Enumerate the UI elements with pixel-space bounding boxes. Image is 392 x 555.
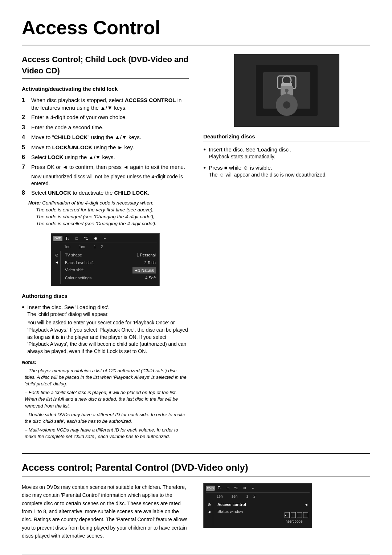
- dvd-menu2-top: DVD T↓ □ ℃ ⊕ ↔: [206, 486, 310, 493]
- step-1-text: When disc playback is stopped, select AC…: [31, 96, 189, 112]
- step-6-text: Select LOCK using the ▲/▼ keys.: [31, 153, 115, 161]
- icon-box: □: [75, 236, 78, 241]
- step-7-text: Press OK or ◄ to confirm, then press ◄ a…: [31, 163, 185, 171]
- menu-value-3: ◄3 Natural: [132, 267, 156, 274]
- notes-title: Notes:: [22, 359, 189, 366]
- device-image: [234, 54, 339, 127]
- parental-control-title: Access control; Parental Control (DVD-Vi…: [22, 461, 370, 477]
- deauth-item-1-sub: Playback starts automatically.: [209, 153, 291, 161]
- menu2-item-2: Status window: [217, 509, 279, 514]
- deauth-item-1-content: Insert the disc. See 'Loading disc'. Pla…: [209, 146, 291, 162]
- menu-row-4: Colour settings 4 Soft: [65, 275, 156, 281]
- dvd-top-icons: T↓ □ ℃ ⊕ ↔: [65, 236, 157, 241]
- auth-item-1-main: Insert the disc. See 'Loading disc'.: [27, 303, 189, 311]
- step-1: When disc playback is stopped, select AC…: [22, 96, 189, 112]
- auth-item-1: Insert the disc. See 'Loading disc'. The…: [22, 303, 189, 355]
- icon-circle: ⊕: [94, 236, 97, 241]
- icon-cel: ℃: [84, 236, 88, 241]
- dvd-menu1-top: DVD T↓ □ ℃ ⊕ ↔: [53, 236, 157, 243]
- note-text: Confirmation of the 4-digit code is nece…: [42, 200, 153, 206]
- deauth-title: Deauthorizing discs: [203, 133, 370, 142]
- menu-label-4: Colour settings: [65, 275, 91, 281]
- device-svg: [234, 54, 339, 127]
- note-block: Note: Confirmation of the 4-digit code i…: [22, 200, 189, 227]
- note-dash-2: The code is changed (see 'Changing the 4…: [28, 214, 189, 220]
- arrow-right-icon: ◄: [304, 502, 308, 507]
- dvd2-time-3: 1: [246, 494, 248, 499]
- dvd2-top-icons: T↓ □ ℃ ⊕ ↔: [218, 486, 310, 491]
- time-4: 2: [101, 244, 103, 250]
- time-3: 1: [94, 244, 96, 250]
- step-6: Select LOCK using the ▲/▼ keys.: [22, 153, 189, 161]
- note-dash-1: The code is entered for the very first t…: [28, 207, 189, 214]
- deauth-item-2: Press ■ while ☺ is visible. The ☺ will a…: [203, 164, 370, 180]
- svg-rect-8: [286, 90, 287, 94]
- code-boxes: ▪: [285, 512, 308, 518]
- icon2-arrow: ↔: [251, 486, 255, 491]
- step-8-list: Select UNLOCK to deactivate the CHILD LO…: [22, 189, 189, 197]
- deauth-list: Insert the disc. See 'Loading disc'. Pla…: [203, 146, 370, 180]
- auth-item-1-sub1: The 'child protect' dialog will appear.: [27, 311, 189, 318]
- note-dash-3: The code is cancelled (see 'Changing the…: [28, 220, 189, 227]
- top-two-col: Access Control; Child Lock (DVD-Video an…: [22, 54, 370, 442]
- steps-list: When disc playback is stopped, select AC…: [22, 96, 189, 171]
- menu-label-2: Black Level shift: [65, 260, 94, 266]
- note-4: Multi-volume VCDs may have a different I…: [22, 427, 189, 440]
- dvd2-sidebar: ⊕ ◄: [206, 501, 213, 525]
- step-3-text: Enter the code a second time.: [31, 123, 103, 131]
- authorizing-title: Authorizing discs: [22, 292, 189, 300]
- dvd-label2: DVD: [206, 486, 215, 491]
- menu-value-4: 4 Soft: [145, 275, 156, 281]
- left-column: Access Control; Child Lock (DVD-Video an…: [22, 54, 189, 442]
- note-3: Double sided DVDs may have a different I…: [22, 412, 189, 425]
- menu-label-1: TV shape: [65, 252, 82, 258]
- menu-value-1: 1 Personal: [136, 252, 156, 258]
- menu-label-3: Video shift: [65, 267, 83, 274]
- icon2-box: □: [227, 486, 229, 491]
- step-7: Press OK or ◄ to confirm, then press ◄ a…: [22, 163, 189, 171]
- icon2-t: T↓: [218, 486, 222, 491]
- dvd2-sidebar-icon1: ⊕: [208, 502, 211, 507]
- dvd2-time-4: 2: [253, 494, 256, 499]
- dvd-menu2-body: ⊕ ◄ Access control Status window ◄ ▪: [206, 501, 310, 525]
- step-8-text: Select UNLOCK to deactivate the CHILD LO…: [31, 189, 149, 197]
- dvd-sidebar1: ⊕ ◄: [53, 251, 61, 284]
- deauth-item-2-main: Press ■ while ☺ is visible.: [209, 164, 327, 171]
- deauth-item-1-main: Insert the disc. See 'Loading disc'.: [209, 146, 291, 153]
- step-5-text: Move to LOCK/UNLOCK using the ► key.: [31, 143, 134, 151]
- dvd2-time-1: 1en: [217, 494, 223, 499]
- menu2-item-1: Access control: [217, 502, 279, 507]
- insert-code-area: ▪ Insert code: [285, 509, 308, 524]
- dvd-menu2-container: DVD T↓ □ ℃ ⊕ ↔ 1en 1en 1 2: [203, 483, 370, 540]
- note-label: Note:: [28, 200, 41, 206]
- dvd2-time-labels: 1en 1en 1 2: [206, 494, 310, 499]
- code-box-4: [303, 512, 308, 518]
- notes-section: Notes: The player memory maintains a lis…: [22, 359, 189, 440]
- svg-point-10: [283, 101, 290, 109]
- insert-code-label: Insert code: [285, 519, 308, 524]
- parental-control-section: Access control; Parental Control (DVD-Vi…: [22, 453, 370, 540]
- sidebar-icon2: ◄: [55, 260, 59, 265]
- code-box-2: [291, 512, 296, 518]
- deauth-item-2-sub: The ☺ will appear and the disc is now de…: [209, 171, 327, 179]
- code-box-1: ▪: [285, 512, 290, 518]
- menu-value-2: 2 Rich: [144, 260, 156, 266]
- step-8: Select UNLOCK to deactivate the CHILD LO…: [22, 189, 189, 197]
- dvd-menu1-body: ⊕ ◄ TV shape 1 Personal Black Level shif…: [53, 251, 157, 284]
- step-5: Move to LOCK/UNLOCK using the ► key.: [22, 143, 189, 151]
- dvd-menu1: DVD T↓ □ ℃ ⊕ ↔ 1en 1en 1 2 ⊕ ◄: [51, 233, 160, 286]
- deauth-item-1: Insert the disc. See 'Loading disc'. Pla…: [203, 146, 370, 162]
- code-box-3: [297, 512, 302, 518]
- step-3: Enter the code a second time.: [22, 123, 189, 131]
- dvd-content1: TV shape 1 Personal Black Level shift 2 …: [64, 251, 157, 284]
- deauth-item-2-content: Press ■ while ☺ is visible. The ☺ will a…: [209, 164, 327, 180]
- right-column: Deauthorizing discs Insert the disc. See…: [203, 54, 370, 442]
- dvd2-content: Access control Status window: [216, 501, 280, 525]
- icon2-circle: ⊕: [243, 486, 246, 491]
- dvd2-right: ◄ ▪ Insert code: [283, 501, 310, 525]
- dvd-time-labels: 1en 1en 1 2: [53, 244, 157, 250]
- icon2-cel: ℃: [234, 486, 238, 491]
- bottom-two-col: Movies on DVDs may contain scenes not su…: [22, 483, 370, 540]
- icon-t: T↓: [65, 236, 70, 241]
- dvd2-sidebar-icon2: ◄: [207, 509, 211, 515]
